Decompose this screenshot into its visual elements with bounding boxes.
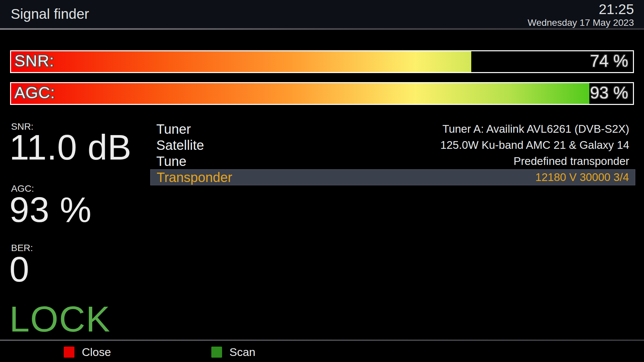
snr-meter-label: SNR: (14, 52, 54, 70)
tune-row[interactable]: Tune Predefined transponder (150, 153, 635, 169)
page-title: Signal finder (11, 6, 89, 22)
tuner-info-list: Tuner Tuner A: Availink AVL6261 (DVB-S2X… (150, 121, 635, 185)
agc-meter-label: AGC: (14, 83, 55, 102)
satellite-row-label: Satellite (150, 138, 204, 153)
green-button-icon (211, 347, 222, 358)
signal-finder-screen: Signal finder 21:25 Wednesday 17 May 202… (0, 0, 644, 362)
satellite-row-value: 125.0W Ku-band AMC 21 & Galaxy 14 (440, 139, 635, 152)
agc-meter-value: 93 % (590, 83, 628, 103)
scan-button-label: Scan (229, 346, 256, 359)
scan-button[interactable]: Scan (211, 346, 256, 359)
tune-row-label: Tune (150, 154, 186, 169)
transponder-row-selected[interactable]: Transponder 12180 V 30000 3/4 (150, 169, 635, 185)
close-button-label: Close (82, 346, 111, 359)
tuner-row-value: Tuner A: Availink AVL6261 (DVB-S2X) (442, 123, 635, 135)
tuner-row[interactable]: Tuner Tuner A: Availink AVL6261 (DVB-S2X… (150, 121, 635, 137)
header-divider (0, 28, 644, 30)
tune-row-value: Predefined transponder (514, 155, 635, 168)
close-button[interactable]: Close (64, 346, 111, 359)
snr-meter: SNR: 74 % (10, 50, 634, 73)
satellite-row[interactable]: Satellite 125.0W Ku-band AMC 21 & Galaxy… (150, 137, 635, 153)
agc-meter-gradient (11, 83, 633, 104)
snr-readout-value: 11.0 dB (9, 129, 132, 165)
tuner-row-label: Tuner (150, 122, 191, 137)
header-bar: Signal finder 21:25 Wednesday 17 May 202… (0, 0, 644, 28)
agc-readout-value: 93 % (9, 192, 92, 227)
red-button-icon (64, 347, 74, 358)
agc-meter: AGC: 93 % (10, 82, 634, 105)
snr-meter-value: 74 % (590, 51, 628, 71)
footer-divider (0, 340, 644, 341)
transponder-row-value: 12180 V 30000 3/4 (535, 171, 635, 184)
date: Wednesday 17 May 2023 (528, 17, 634, 28)
transponder-row-label: Transponder (151, 170, 232, 185)
ber-readout-value: 0 (9, 251, 30, 287)
lock-status: LOCK (9, 301, 111, 337)
clock: 21:25 (599, 1, 634, 17)
